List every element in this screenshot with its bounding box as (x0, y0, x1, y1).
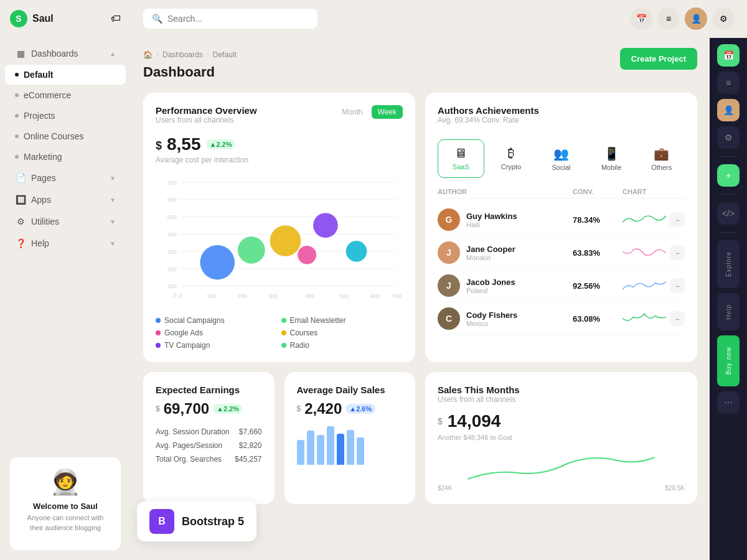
y-label: $24K (438, 485, 452, 492)
sidebar-item-label: Apps (31, 195, 105, 205)
view-button[interactable]: → (670, 245, 685, 260)
bubble-blue (200, 245, 235, 280)
search-box[interactable]: 🔍 (143, 9, 317, 29)
author-tab-others[interactable]: 💼 Others (638, 139, 685, 178)
sales-value: 14,094 (448, 411, 501, 431)
bottom-left-stats: Expected Earnings $ 69,700 ▲2.2% Avg. Se… (143, 372, 415, 504)
sidebar-item-label: Marketing (24, 152, 116, 162)
svg-text:100: 100 (207, 293, 216, 299)
dots-rp-button[interactable]: ⋯ (717, 391, 740, 414)
legend-radio: Radio (281, 341, 403, 350)
svg-text:200: 200 (167, 266, 177, 273)
legend-label: Google Ads (164, 329, 203, 337)
explore-button[interactable]: Explore (717, 240, 740, 288)
sidebar-item-ecommerce[interactable]: eCommerce (5, 85, 126, 105)
sidebar-item-help[interactable]: ❓ Help ▼ (5, 233, 126, 254)
avatar-rp-button[interactable]: 👤 (717, 99, 740, 121)
author-info: G Guy Hawkins Haiti (438, 208, 573, 231)
help-icon: ❓ (15, 238, 26, 249)
author-chart: → (622, 276, 685, 295)
sidebar-item-dashboards[interactable]: ▦ Dashboards ▲ (5, 43, 126, 64)
author-info: C Cody Fishers Mexico (438, 307, 573, 330)
chevron-down-icon: ▼ (110, 240, 116, 247)
sidebar-bottom: 🧑‍🚀 Welcome to Saul Anyone can connect w… (0, 447, 131, 560)
avatar[interactable]: 👤 (685, 7, 707, 30)
legend-label: Social Campaigns (164, 316, 225, 325)
main-area: 🔍 📅 ≡ 👤 ⚙ 🏠 › Dashboards › Default Dashb… (131, 0, 747, 560)
daily-title: Average Daily Sales (297, 385, 403, 395)
performance-card: Performance Overview Users from all chan… (143, 93, 415, 362)
author-tab-social[interactable]: 👥 Social (538, 139, 585, 178)
sidebar-item-pages[interactable]: 📄 Pages ▼ (5, 167, 126, 189)
bubble-cyan (346, 241, 367, 262)
earnings-card: Expected Earnings $ 69,700 ▲2.2% Avg. Se… (143, 372, 275, 504)
code-rp-button[interactable]: </> (717, 202, 740, 225)
dot-icon (15, 134, 19, 138)
topbar-right: 📅 ≡ 👤 ⚙ (630, 7, 735, 30)
stat-item: Avg. Pages/Session $2,820 (156, 439, 262, 452)
chevron-down-icon: ▼ (110, 197, 116, 203)
svg-text:0: 0 (174, 292, 177, 298)
sidebar-item-default[interactable]: Default (5, 65, 126, 85)
sales-y-labels: $24K $20.5K (438, 485, 685, 492)
sidebar-item-apps[interactable]: 🔲 Apps ▼ (5, 189, 126, 210)
authors-card-header: Authors Achievements Avg. 69.34% Conv. R… (438, 105, 685, 132)
buy-now-label: Buy now (723, 342, 735, 380)
author-tab-crypto[interactable]: ₿ Crypto (488, 139, 535, 178)
breadcrumb-home[interactable]: 🏠 (143, 50, 153, 59)
astronaut-illustration: 🧑‍🚀 (20, 467, 111, 497)
metric-badge: ▲2.2% (206, 139, 236, 149)
tab-week[interactable]: Week (372, 105, 403, 119)
author-tab-saas[interactable]: 🖥 SaaS (438, 139, 484, 178)
bar-chart (297, 427, 403, 465)
stat-item-label: Total Org. Searches (156, 455, 222, 464)
sidebar-welcome-card: 🧑‍🚀 Welcome to Saul Anyone can connect w… (10, 457, 121, 550)
tab-month[interactable]: Month (336, 105, 369, 119)
view-button[interactable]: → (670, 212, 685, 227)
sidebar-item-marketing[interactable]: Marketing (5, 147, 126, 167)
menu-button[interactable]: ≡ (657, 7, 680, 30)
metric-number: 8,55 (167, 134, 201, 154)
dashboards-icon: ▦ (15, 48, 26, 59)
buy-now-button[interactable]: Buy now (717, 335, 740, 386)
dollar-prefix: $ (156, 404, 160, 413)
author-conv: 92.56% (573, 281, 622, 291)
sidebar-item-online-courses[interactable]: Online Courses (5, 126, 126, 146)
create-project-button[interactable]: Create Project (620, 48, 697, 70)
help-rp-button[interactable]: Help (717, 293, 740, 331)
sidebar-item-projects[interactable]: Projects (5, 106, 126, 126)
right-panel: 📅 ≡ 👤 ⚙ + </> Explore Help Buy now ⋯ (710, 38, 747, 560)
authors-table-header: AUTHOR CONV. CHART (438, 185, 685, 198)
sidebar-pin-icon[interactable]: 🏷 (111, 13, 121, 24)
stat-item-value: $2,820 (239, 441, 262, 450)
sidebar-item-label: Dashboards (31, 49, 105, 58)
notification-rp-button[interactable]: ≡ (717, 72, 740, 94)
settings-rp-button[interactable]: ⚙ (717, 126, 740, 149)
sparkline-chart (622, 210, 666, 229)
calendar-rp-button[interactable]: 📅 (717, 44, 740, 67)
settings-button[interactable]: ⚙ (712, 7, 735, 30)
author-tab-mobile[interactable]: 📱 Mobile (588, 139, 635, 178)
bootstrap-icon: B (149, 509, 174, 534)
view-button[interactable]: → (670, 278, 685, 293)
sidebar-item-label: Help (31, 238, 105, 248)
breadcrumb-dashboards[interactable]: Dashboards (162, 50, 203, 59)
page-title: Dashboard (143, 64, 215, 80)
y-label: $20.5K (665, 485, 685, 492)
svg-text:0: 0 (179, 293, 182, 299)
bar (327, 426, 334, 465)
stat-item: Total Org. Searches $45,257 (156, 452, 262, 466)
sidebar-item-utilities[interactable]: ⚙ Utilities ▼ (5, 211, 126, 232)
bar (317, 435, 324, 465)
breadcrumb: 🏠 › Dashboards › Default (143, 50, 697, 59)
calendar-button[interactable]: 📅 (630, 7, 652, 30)
add-rp-button[interactable]: + (717, 164, 740, 187)
dot-icon (15, 155, 19, 159)
svg-text:600: 600 (370, 293, 380, 299)
view-button[interactable]: → (670, 311, 685, 326)
author-conv: 78.34% (573, 215, 622, 225)
search-input[interactable] (167, 14, 309, 24)
author-name: Guy Hawkins (466, 212, 517, 221)
stat-item-value: $7,660 (239, 427, 262, 436)
sidebar: S Saul 🏷 ▦ Dashboards ▲ Default eCommerc… (0, 0, 131, 560)
